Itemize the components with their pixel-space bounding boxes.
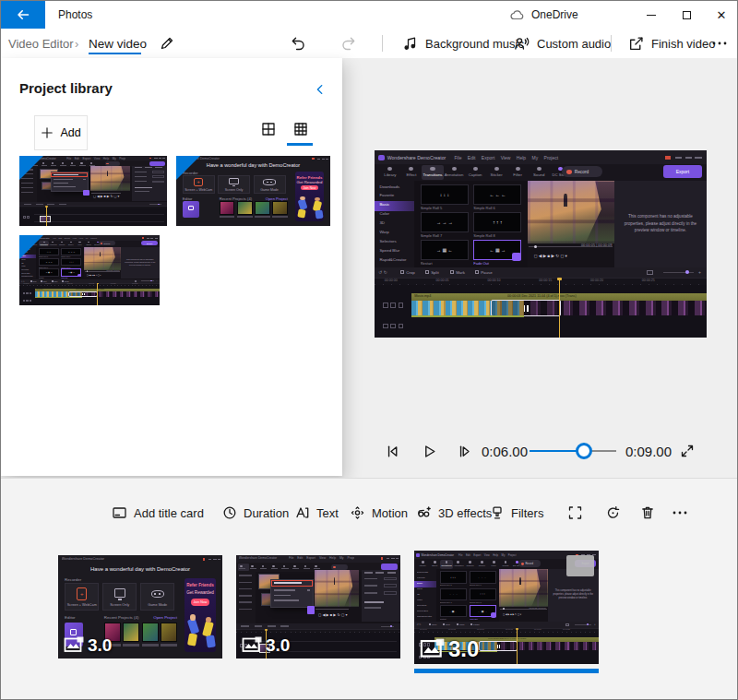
rename-pencil-button[interactable] <box>154 29 180 58</box>
photos-app-window: Photos OneDrive ✕ Video Editor › New vid… <box>0 0 738 700</box>
redo-button[interactable] <box>333 29 363 58</box>
mock-part <box>51 165 56 166</box>
library-thumbnail-2[interactable]: Wondershare DemoCreatorHave a wonderful … <box>176 156 330 226</box>
mock-record-label: Record <box>575 166 601 177</box>
mock-track-button <box>26 292 28 294</box>
mock-part <box>135 167 142 168</box>
mock-part <box>503 608 505 610</box>
library-thumbnail-1[interactable]: Wondershare DemoCreatorFile Edit Export … <box>19 156 167 226</box>
timeline-clip-1[interactable]: Wondershare DemoCreatorHave a wonderful … <box>58 555 222 658</box>
add-media-button[interactable]: Add <box>34 115 88 150</box>
fullscreen-button[interactable] <box>672 434 703 468</box>
mock-tile-glyph: ↑ ↑ ↑ <box>61 258 81 266</box>
mock-sidebar-item: Basic <box>417 582 436 587</box>
clip-duration: 3.0 <box>448 640 479 658</box>
mock-part <box>260 568 267 569</box>
minimize-button[interactable] <box>634 1 669 29</box>
mock-part <box>213 559 217 560</box>
add-title-card-button[interactable]: Add title card <box>112 497 204 528</box>
rotate-button[interactable] <box>605 497 621 528</box>
playback-controls: 0:06.00 0:09.00 <box>375 434 708 468</box>
mock-recent-caption <box>123 644 139 646</box>
back-arrow-icon <box>16 7 30 22</box>
breadcrumb-chevron-icon: › <box>75 29 78 58</box>
mock-zoom-plus: + <box>698 269 704 275</box>
mock-tile-glyph: → → → <box>440 588 467 601</box>
3d-effects-button[interactable]: 3D effects <box>416 497 492 528</box>
mock-sidebar-item: Warp <box>417 599 436 604</box>
mock-part <box>79 165 85 166</box>
mock-sidebar-bar <box>21 183 33 184</box>
mock-part <box>190 614 196 620</box>
mock-mosaic-overlay <box>315 570 359 607</box>
mock-part <box>281 568 288 569</box>
mock-mosaic-overlay <box>499 569 548 607</box>
mock-welcome-title: Have a wonderful day with DemoCreator <box>58 564 222 573</box>
mock-track-button <box>23 300 25 302</box>
mock-open-project: Open Project <box>266 196 293 200</box>
mock-part <box>149 158 151 160</box>
mock-part <box>315 609 349 610</box>
mock-track-button <box>27 216 30 218</box>
back-button[interactable] <box>1 1 45 29</box>
seek-bar[interactable] <box>530 450 616 452</box>
mock-part <box>90 162 92 164</box>
timeline-clip-2[interactable]: Wondershare DemoCreatorFile Edit Export … <box>236 555 400 658</box>
custom-audio-button[interactable]: Custom audio <box>514 29 611 58</box>
trash-icon <box>640 505 655 520</box>
mock-part <box>152 175 164 178</box>
motion-icon <box>350 505 365 520</box>
small-grid-view-toggle[interactable] <box>289 117 313 141</box>
onedrive-button[interactable]: OneDrive <box>510 1 578 29</box>
mock-promo-cta: Join Now <box>301 185 317 190</box>
delete-button[interactable] <box>640 497 655 528</box>
mock-part <box>101 243 102 244</box>
previous-frame-button[interactable] <box>376 434 408 468</box>
seek-bar-thumb[interactable] <box>576 443 592 459</box>
collapse-panel-button[interactable] <box>309 78 331 101</box>
close-button[interactable]: ✕ <box>704 1 738 29</box>
finish-video-button[interactable]: Finish video <box>628 29 715 58</box>
mock-track-button <box>383 324 388 329</box>
mock-sidebar-item: Color <box>379 211 414 219</box>
mock-track-button <box>399 324 404 329</box>
mock-record-label: Record <box>104 241 115 245</box>
filters-button[interactable]: Filters <box>490 497 543 528</box>
selected-corner-badge <box>19 235 43 259</box>
mock-part <box>375 572 384 574</box>
timeline-clip-3-selected[interactable]: Wondershare DemoCreatorFile Edit Export … <box>414 551 599 664</box>
next-frame-button[interactable] <box>448 434 480 468</box>
library-thumbnail-3[interactable]: Wondershare DemoCreatorFile Edit Export … <box>19 235 160 305</box>
play-button[interactable] <box>413 434 445 468</box>
mock-part <box>236 572 256 623</box>
maximize-button[interactable] <box>669 1 704 29</box>
clip-duration-badge: 3.0 <box>420 638 479 658</box>
large-grid-view-toggle[interactable] <box>256 117 280 141</box>
mock-panel-message: This component has no adjustable propert… <box>552 581 594 609</box>
selected-corner-badge <box>176 156 200 180</box>
duration-button[interactable]: Duration <box>222 497 289 528</box>
mock-tile-glyph: → ▦ ← <box>421 240 469 260</box>
more-options-button[interactable] <box>706 29 733 58</box>
mock-card-label: Screen Only <box>102 603 137 609</box>
mock-track-button <box>390 303 396 308</box>
mock-part <box>80 162 82 164</box>
mock-track-button <box>399 303 404 308</box>
mock-part <box>497 645 498 648</box>
mock-tl-tool: Pause <box>473 622 486 628</box>
breadcrumb-video-editor[interactable]: Video Editor <box>8 29 74 58</box>
undo-button[interactable] <box>283 29 313 58</box>
mock-part <box>45 206 48 207</box>
mock-part <box>255 625 263 627</box>
text-button[interactable]: Text <box>294 497 339 528</box>
person-audio-icon <box>514 36 530 52</box>
mock-part <box>280 625 289 627</box>
mock-tile-glyph: ← ← ← <box>470 571 496 584</box>
clip-select-checkbox[interactable] <box>566 555 594 576</box>
more-timeline-options-button[interactable] <box>673 497 687 528</box>
resize-button[interactable] <box>567 497 583 528</box>
motion-button[interactable]: Motion <box>350 497 408 528</box>
mock-part <box>384 591 397 595</box>
onedrive-cloud-icon <box>510 9 525 20</box>
background-music-button[interactable]: Background music <box>403 29 524 58</box>
